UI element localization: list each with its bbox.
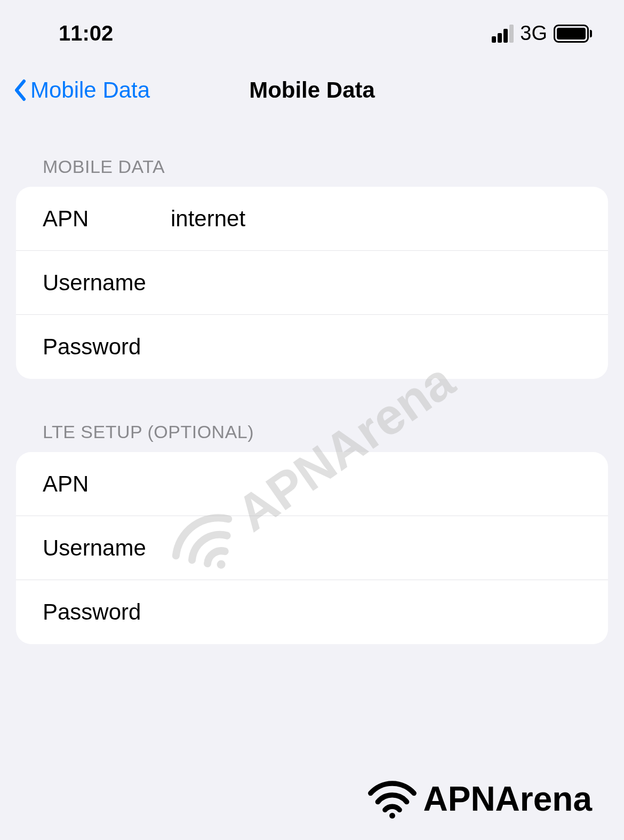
chevron-back-icon (13, 79, 26, 101)
status-indicators: 3G (492, 22, 592, 45)
battery-icon (554, 25, 592, 43)
section-header-mobile-data: MOBILE DATA (0, 130, 624, 187)
settings-group-lte-setup: APN Username Password (16, 452, 608, 644)
signal-icon (492, 25, 514, 43)
row-lte-username[interactable]: Username (16, 516, 608, 580)
section-header-lte-setup: LTE SETUP (OPTIONAL) (0, 379, 624, 452)
network-type: 3G (520, 22, 547, 45)
status-time: 11:02 (32, 21, 113, 45)
lte-apn-label: APN (43, 471, 171, 497)
row-apn[interactable]: APN (16, 187, 608, 251)
watermark-bottom-text: APNArena (423, 779, 592, 819)
apn-label: APN (43, 206, 171, 232)
row-password[interactable]: Password (16, 315, 608, 379)
watermark-bottom: APNArena (367, 779, 592, 819)
status-bar: 11:02 3G (0, 0, 624, 61)
username-input[interactable] (171, 270, 581, 296)
lte-password-input[interactable] (171, 599, 581, 625)
lte-apn-input[interactable] (171, 471, 581, 497)
back-label: Mobile Data (30, 77, 150, 103)
password-label: Password (43, 334, 171, 360)
lte-username-input[interactable] (171, 535, 581, 561)
password-input[interactable] (171, 334, 581, 360)
apn-input[interactable] (171, 206, 581, 232)
page-title: Mobile Data (249, 77, 375, 103)
svg-point-1 (390, 813, 396, 819)
lte-username-label: Username (43, 535, 171, 561)
wifi-icon (367, 779, 418, 819)
settings-group-mobile-data: APN Username Password (16, 187, 608, 379)
navigation-bar: Mobile Data Mobile Data (0, 61, 624, 130)
row-lte-apn[interactable]: APN (16, 452, 608, 516)
row-username[interactable]: Username (16, 251, 608, 315)
lte-password-label: Password (43, 599, 171, 625)
username-label: Username (43, 270, 171, 296)
row-lte-password[interactable]: Password (16, 580, 608, 644)
back-button[interactable]: Mobile Data (13, 77, 150, 103)
